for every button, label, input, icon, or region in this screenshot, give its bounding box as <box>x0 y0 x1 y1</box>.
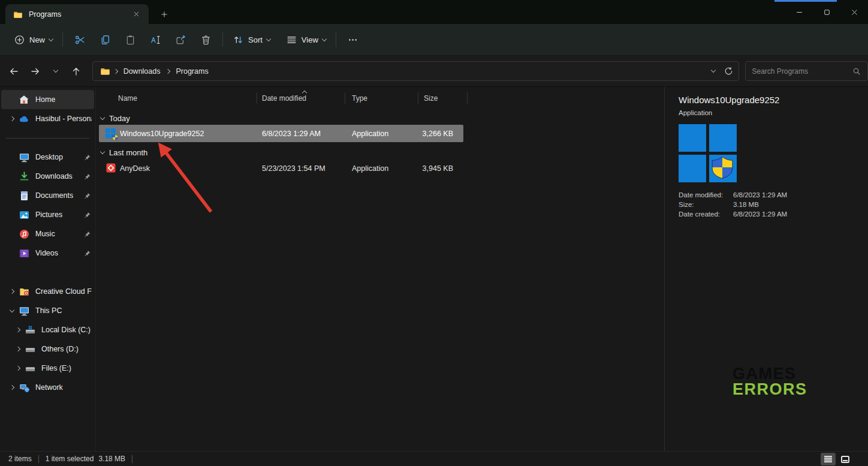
pictures-icon <box>18 209 30 221</box>
maximize-button[interactable] <box>813 0 840 24</box>
back-button[interactable] <box>5 62 23 80</box>
windows-logo-icon <box>679 124 737 182</box>
column-header-name[interactable]: Name <box>99 94 257 103</box>
sidebar-item-files-e[interactable]: Files (E:) <box>1 359 94 378</box>
view-button[interactable]: View <box>281 29 331 50</box>
tab-close-button[interactable] <box>129 8 143 21</box>
delete-button[interactable] <box>193 29 218 50</box>
group-collapse-icon[interactable] <box>100 149 105 154</box>
group-collapse-icon[interactable] <box>100 115 105 119</box>
music-icon <box>18 228 30 240</box>
refresh-icon[interactable] <box>724 66 734 76</box>
details-subtitle: Application <box>679 109 868 116</box>
details-view-button[interactable] <box>821 453 836 465</box>
local-disk-icon <box>24 324 36 336</box>
copy-button[interactable] <box>92 29 117 50</box>
chevron-down-icon <box>53 68 58 73</box>
file-size: 3,266 KB <box>412 130 460 138</box>
property-label: Size: <box>679 201 733 208</box>
column-resize-handle[interactable] <box>345 92 345 104</box>
command-bar: New Sort View <box>0 24 868 56</box>
network-icon <box>18 381 30 393</box>
column-header-date-modified[interactable]: Date modified <box>257 94 346 103</box>
address-bar[interactable]: Downloads Programs <box>92 61 739 81</box>
property-value: 6/8/2023 1:29 AM <box>733 211 868 218</box>
sidebar-item-home[interactable]: Home <box>1 90 94 109</box>
sidebar-item-videos[interactable]: Videos <box>1 243 94 263</box>
column-resize-handle[interactable] <box>257 92 257 104</box>
address-dropdown-icon[interactable] <box>710 68 715 73</box>
sidebar-item-documents[interactable]: Documents <box>1 186 94 205</box>
breadcrumb-downloads[interactable]: Downloads <box>121 66 163 77</box>
tab-programs[interactable]: Programs <box>5 4 149 24</box>
chevron-down-icon <box>49 36 53 41</box>
close-button[interactable] <box>840 0 868 24</box>
large-icons-view-button[interactable] <box>837 453 852 465</box>
games-errors-watermark: GAMES ERRORS <box>733 366 807 397</box>
sidebar-item-music[interactable]: Music <box>1 224 94 243</box>
new-tab-button[interactable] <box>157 8 171 21</box>
search-input[interactable] <box>752 67 852 76</box>
sidebar-item-network[interactable]: Network <box>1 378 94 397</box>
expand-chevron-icon[interactable] <box>10 385 14 390</box>
paste-button[interactable] <box>117 29 143 50</box>
status-divider <box>38 455 39 463</box>
group-header-last-month[interactable]: Last month <box>99 145 147 160</box>
chevron-down-icon <box>266 36 271 41</box>
sidebar-item-desktop[interactable]: Desktop <box>1 148 94 167</box>
forward-button[interactable] <box>26 62 44 80</box>
sidebar-item-pictures[interactable]: Pictures <box>1 205 94 224</box>
expand-chevron-icon[interactable] <box>10 116 14 121</box>
sidebar-divider <box>0 128 95 148</box>
watermark-line1: GAMES <box>733 366 807 381</box>
cut-button[interactable] <box>67 29 92 50</box>
breadcrumb-programs[interactable]: Programs <box>173 66 210 77</box>
uac-shield-icon <box>112 134 118 140</box>
sidebar-item-downloads[interactable]: Downloads <box>1 167 94 186</box>
recent-locations-button[interactable] <box>47 62 65 80</box>
sidebar-item-creative-cloud-files[interactable]: Creative Cloud Files <box>1 282 94 301</box>
new-button-label: New <box>29 35 45 44</box>
property-value: 3.18 MB <box>733 201 868 208</box>
sidebar-item-onedrive[interactable]: Hasibul - Personal <box>1 109 94 128</box>
minimize-icon <box>795 8 804 17</box>
column-resize-handle[interactable] <box>467 92 468 104</box>
group-label: Last month <box>109 148 147 157</box>
sidebar-item-this-pc[interactable]: This PC <box>1 301 94 320</box>
back-icon <box>8 66 19 77</box>
expand-chevron-icon[interactable] <box>16 347 20 351</box>
sidebar-item-others-d[interactable]: Others (D:) <box>1 339 94 359</box>
expand-chevron-icon[interactable] <box>16 327 20 332</box>
delete-icon <box>200 34 212 46</box>
group-header-today[interactable]: Today <box>99 111 130 125</box>
rename-button[interactable] <box>143 29 168 50</box>
collapse-chevron-icon[interactable] <box>10 307 14 312</box>
sort-button[interactable]: Sort <box>227 29 276 50</box>
share-button[interactable] <box>168 29 193 50</box>
column-header-size[interactable]: Size <box>412 94 460 103</box>
details-view-icon <box>824 456 832 462</box>
file-row-windows10upgrade9252[interactable]: Windows10Upgrade9252 6/8/2023 1:29 AM Ap… <box>99 125 463 142</box>
column-header-type[interactable]: Type <box>346 94 412 103</box>
search-icon[interactable] <box>852 67 861 76</box>
file-row-anydesk[interactable]: AnyDesk 5/23/2023 1:54 PM Application 3,… <box>99 160 463 177</box>
anydesk-icon <box>106 163 117 174</box>
sidebar-item-local-disk-c[interactable]: Local Disk (C:) <box>1 320 94 339</box>
expand-chevron-icon[interactable] <box>10 289 14 294</box>
more-options-button[interactable] <box>340 29 366 50</box>
column-resize-handle[interactable] <box>418 92 418 104</box>
desktop-icon <box>18 151 30 163</box>
title-bar: Programs <box>0 0 868 24</box>
uac-shield-icon <box>711 156 734 179</box>
minimize-button[interactable] <box>785 0 813 24</box>
creative-cloud-icon <box>18 285 30 297</box>
expand-chevron-icon[interactable] <box>16 366 20 371</box>
status-divider <box>132 455 132 463</box>
file-size: 3,945 KB <box>412 164 460 173</box>
watermark-line2: ERRORS <box>733 381 807 397</box>
sort-button-label: Sort <box>248 35 263 44</box>
up-button[interactable] <box>67 62 85 80</box>
property-label: Date created: <box>679 211 733 218</box>
breadcrumb-separator-icon <box>165 68 170 73</box>
new-button[interactable]: New <box>8 29 58 50</box>
